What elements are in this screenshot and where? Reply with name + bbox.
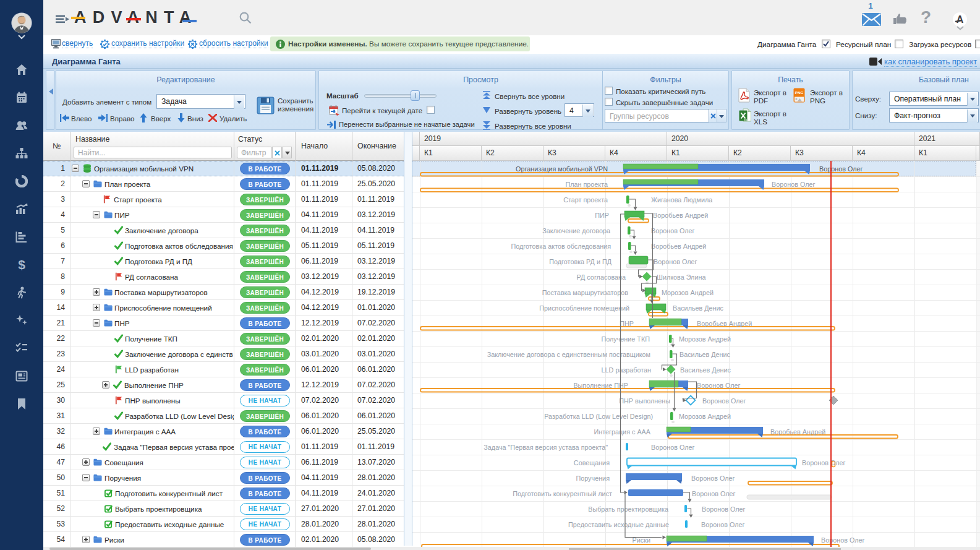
svg-text:Поручения: Поручения: [576, 475, 610, 482]
svg-text:Шилкова Элина: Шилкова Элина: [657, 273, 705, 281]
svg-text:План проекта: План проекта: [565, 181, 608, 188]
svg-text:Совещания: Совещания: [574, 459, 610, 466]
svg-text:Воронов Олег: Воронов Олег: [802, 459, 846, 466]
svg-text:Васильев Денис: Васильев Денис: [680, 366, 731, 374]
svg-text:Заключение договора с единстве: Заключение договора с единственным поста…: [487, 351, 650, 358]
svg-text:PNG: PNG: [795, 90, 804, 95]
svg-text:Воробьев Андрей: Воробьев Андрей: [653, 212, 708, 219]
svg-text:Поставка маршрутизаторов: Поставка маршрутизаторов: [542, 289, 629, 296]
svg-text:Получение ТКП: Получение ТКП: [602, 335, 650, 343]
svg-text:Воронов Олег: Воронов Олег: [702, 505, 746, 513]
svg-text:Заключение договора: Заключение договора: [542, 227, 610, 234]
svg-text:Воронов Олег: Воронов Олег: [697, 382, 741, 389]
svg-text:Жиганова Людмила: Жиганова Людмила: [651, 196, 712, 204]
svg-text:Воронов Олег: Воронов Олег: [701, 521, 745, 528]
svg-text:Подготовка РД и ПД: Подготовка РД и ПД: [549, 258, 611, 265]
svg-text:Морозов Андрей: Морозов Андрей: [662, 289, 714, 296]
svg-text:$: $: [18, 259, 25, 271]
svg-text:Воронов Олег: Воронов Олег: [819, 165, 863, 173]
svg-text:Выбрать проектировщика: Выбрать проектировщика: [588, 505, 668, 513]
svg-text:Воробьев Андрей: Воробьев Андрей: [770, 428, 825, 436]
svg-text:Воронов Олег: Воронов Олег: [651, 227, 695, 234]
svg-text:A: A: [957, 14, 964, 25]
svg-text:Задача "Первая версия устава п: Задача "Первая версия устава проекта": [484, 444, 608, 451]
svg-text:РД согласована: РД согласована: [577, 273, 626, 281]
svg-text:Разработка LLD (Low Level Desi: Разработка LLD (Low Level Design): [544, 413, 653, 420]
svg-text:Организация мобильной VPN: Организация мобильной VPN: [516, 165, 608, 173]
svg-text:Приспособление помещений: Приспособление помещений: [539, 304, 629, 312]
svg-text:Воронов Олег: Воронов Олег: [821, 536, 865, 544]
svg-text:LLD разработан: LLD разработан: [602, 366, 651, 374]
svg-text:Воронов Олег: Воронов Олег: [651, 444, 695, 451]
svg-text:ПНР выполнены: ПНР выполнены: [619, 397, 670, 405]
svg-text:Старт проекта: Старт проекта: [563, 196, 608, 204]
svg-text:Морозов Андрей: Морозов Андрей: [679, 335, 731, 343]
svg-text:ПИР: ПИР: [595, 212, 609, 219]
svg-text:Воронов Олег: Воронов Олег: [691, 475, 735, 482]
svg-text:Васильев Денис: Васильев Денис: [673, 304, 724, 312]
svg-text:Воробьев Андрей: Воробьев Андрей: [651, 243, 706, 250]
svg-text:Предоставить исходные данные: Предоставить исходные данные: [568, 521, 669, 528]
svg-text:Выполнение ПНР: Выполнение ПНР: [573, 382, 628, 389]
svg-text:Воронов Олег: Воронов Олег: [654, 258, 697, 265]
svg-text:ПНР: ПНР: [620, 320, 634, 327]
svg-text:Воронов Олег: Воронов Олег: [692, 490, 736, 497]
svg-text:Воронов Олег: Воронов Олег: [772, 181, 816, 188]
svg-text:Воробьев Андрей: Воробьев Андрей: [697, 320, 752, 327]
svg-text:Подготовить конкурентный лист: Подготовить конкурентный лист: [513, 490, 612, 497]
svg-text:Васильев Денис: Васильев Денис: [680, 351, 731, 358]
svg-text:Морозов Андрей: Морозов Андрей: [679, 413, 731, 420]
svg-text:Воронов Олег: Воронов Олег: [702, 397, 746, 405]
svg-text:Интеграция с ААА: Интеграция с ААА: [594, 428, 650, 436]
svg-text:Подготовка актов обследования: Подготовка актов обследования: [511, 243, 611, 250]
